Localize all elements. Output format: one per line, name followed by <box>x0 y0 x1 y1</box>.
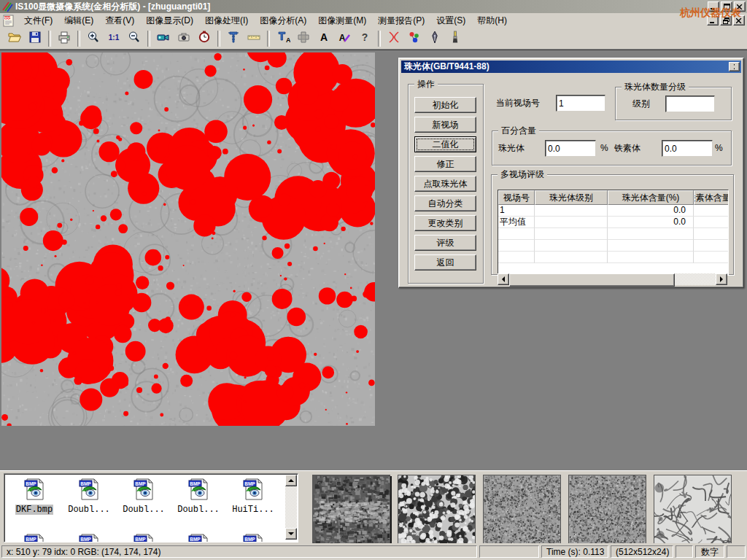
thumbnail-4[interactable] <box>654 475 732 544</box>
table-row-4[interactable] <box>498 252 728 263</box>
scrollbar-track[interactable] <box>675 273 716 285</box>
dialog-title-bar[interactable]: 珠光体(GB/T9441-88) <box>401 61 741 73</box>
ruler-button[interactable] <box>244 29 263 47</box>
table-cell: 1 <box>498 205 535 217</box>
text-label-button[interactable]: A <box>314 29 333 47</box>
timer-button[interactable] <box>195 29 214 47</box>
level-input[interactable] <box>665 96 715 112</box>
table-row-3[interactable] <box>498 240 728 252</box>
file-item-row2-1[interactable]: BMP <box>62 532 116 542</box>
metallographic-image[interactable] <box>1 52 375 426</box>
svg-text:A: A <box>286 36 290 44</box>
operation-button-1[interactable]: 新视场 <box>414 117 476 133</box>
operation-button-5[interactable]: 自动分类 <box>414 195 476 211</box>
caliper-button[interactable] <box>224 29 243 47</box>
file-item-row2-0[interactable]: BMP <box>7 532 61 542</box>
measure-label-icon: A <box>276 30 290 47</box>
scrollbar-thumb[interactable] <box>509 273 675 287</box>
pen-tool-button[interactable] <box>425 29 444 47</box>
table-horizontal-scrollbar[interactable] <box>498 273 727 285</box>
operation-button-7[interactable]: 评级 <box>414 235 476 251</box>
pearlite-percent-input[interactable] <box>545 140 596 157</box>
file-name: DKF.bmp <box>15 505 53 515</box>
menu-item-0[interactable]: 文件(F) <box>18 13 58 28</box>
zoom-out-button[interactable] <box>125 29 144 47</box>
file-item-4[interactable]: BMPHuiTi... <box>226 477 280 515</box>
operation-button-4[interactable]: 点取珠光体 <box>414 176 476 192</box>
file-item-row2-2[interactable]: BMP <box>117 532 171 542</box>
operation-button-3[interactable]: 修正 <box>414 156 476 172</box>
status-spacer-3 <box>727 545 746 558</box>
photo-camera-button[interactable] <box>174 29 193 47</box>
bmp-file-icon: BMP <box>77 532 101 542</box>
file-item-0[interactable]: BMPDKF.bmp <box>7 477 61 515</box>
operation-button-6[interactable]: 更改类别 <box>414 215 476 231</box>
pattern-grid-button[interactable] <box>294 29 313 47</box>
file-item-row2-3[interactable]: BMP <box>171 532 225 542</box>
curve-measure-button[interactable] <box>384 29 403 47</box>
table-row-0[interactable]: 10.0 <box>498 205 728 217</box>
file-list: BMPDKF.bmpBMPDoubl...BMPDoubl...BMPDoubl… <box>4 473 298 542</box>
menu-item-5[interactable]: 图像分析(A) <box>254 13 312 28</box>
close-button[interactable] <box>734 1 746 12</box>
menu-item-3[interactable]: 图像显示(D) <box>140 13 199 28</box>
operation-button-0[interactable]: 初始化 <box>414 97 476 113</box>
ferrite-percent-input[interactable] <box>662 140 713 157</box>
table-cell <box>608 228 694 240</box>
phase-markers-button[interactable] <box>405 29 424 47</box>
thumbnail-1[interactable] <box>398 475 476 544</box>
table-header-3[interactable]: 铁素体含量(%) <box>694 190 729 205</box>
file-item-1[interactable]: BMPDoubl... <box>62 477 116 515</box>
mdi-close-button[interactable] <box>733 15 745 26</box>
current-field-input[interactable] <box>556 95 605 112</box>
actual-size-button[interactable]: 1:1 <box>104 29 123 47</box>
print-button[interactable] <box>55 29 74 47</box>
menu-item-4[interactable]: 图像处理(I) <box>199 13 254 28</box>
table-row-2[interactable] <box>498 228 728 240</box>
help-button[interactable]: ? <box>355 29 374 47</box>
scroll-right-button[interactable] <box>716 273 727 285</box>
file-item-row2-4[interactable]: BMP <box>226 532 280 542</box>
cursor-position-status: x: 510 y: 79 idx: 0 RGB: (174, 174, 174) <box>1 545 477 558</box>
scroll-left-button[interactable] <box>498 273 509 285</box>
menu-item-8[interactable]: 设置(S) <box>430 13 471 28</box>
table-header-1[interactable]: 珠光体级别 <box>535 190 608 205</box>
mode-status: 数字 <box>695 545 724 558</box>
file-scroll-up-button[interactable] <box>285 475 297 486</box>
operation-button-2[interactable]: 二值化 <box>414 136 476 152</box>
save-file-button[interactable] <box>26 29 44 47</box>
file-item-2[interactable]: BMPDoubl... <box>117 477 171 515</box>
minimize-button[interactable] <box>708 1 719 12</box>
menu-item-6[interactable]: 图像测量(M) <box>312 13 372 28</box>
menu-item-7[interactable]: 测量报告(P) <box>372 13 430 28</box>
thumbnail-0[interactable] <box>312 475 390 544</box>
thumbnail-2[interactable] <box>483 475 561 544</box>
menu-bar: DOC 文件(F)编辑(E)查看(V)图像显示(D)图像处理(I)图像分析(A)… <box>0 13 747 28</box>
maximize-button[interactable] <box>721 1 732 12</box>
table-header-0[interactable]: 视场号 <box>498 190 535 205</box>
toolbar-separator <box>378 31 381 47</box>
brush-tool-button[interactable] <box>446 29 465 47</box>
dialog-close-button[interactable] <box>729 62 740 71</box>
file-name: Doubl... <box>62 505 116 515</box>
table-header-2[interactable]: 珠光体含量(%) <box>608 190 694 205</box>
thumbnail-3[interactable] <box>568 475 646 544</box>
file-scroll-down-button[interactable] <box>285 528 297 540</box>
menu-item-2[interactable]: 查看(V) <box>99 13 140 28</box>
mdi-restore-button[interactable] <box>720 15 732 26</box>
edit-annotation-icon: A <box>337 30 352 47</box>
file-item-3[interactable]: BMPDoubl... <box>171 477 225 515</box>
svg-text:DOC: DOC <box>4 16 12 20</box>
zoom-in-button[interactable] <box>84 29 103 47</box>
table-row-1[interactable]: 平均值0.0 <box>498 217 728 228</box>
video-camera-button[interactable] <box>154 29 173 47</box>
open-file-button[interactable] <box>5 29 24 47</box>
menu-item-1[interactable]: 编辑(E) <box>58 13 99 28</box>
measure-label-button[interactable]: A <box>274 29 293 47</box>
operation-button-8[interactable]: 返回 <box>414 254 476 271</box>
menu-item-9[interactable]: 帮助(H) <box>471 13 513 28</box>
mdi-minimize-button[interactable] <box>707 15 719 26</box>
file-list-scrollbar[interactable] <box>285 475 297 540</box>
edit-annotation-button[interactable]: A <box>335 29 354 47</box>
pattern-grid-icon <box>296 30 311 47</box>
